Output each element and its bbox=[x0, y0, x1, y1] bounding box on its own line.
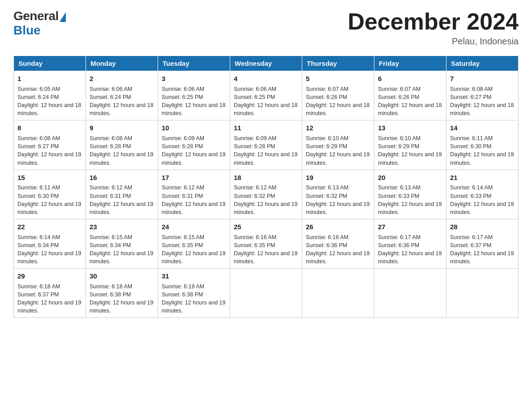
sunset-text: Sunset: 6:31 PM bbox=[162, 192, 226, 200]
sunset-text: Sunset: 6:36 PM bbox=[306, 241, 370, 249]
sunset-text: Sunset: 6:29 PM bbox=[378, 142, 442, 150]
calendar-cell bbox=[230, 269, 302, 318]
calendar-cell: 28Sunrise: 6:17 AMSunset: 6:37 PMDayligh… bbox=[446, 219, 519, 268]
sunset-text: Sunset: 6:31 PM bbox=[90, 192, 154, 200]
day-number: 25 bbox=[234, 222, 298, 232]
calendar-cell: 27Sunrise: 6:17 AMSunset: 6:36 PMDayligh… bbox=[374, 219, 446, 268]
calendar-cell: 22Sunrise: 6:14 AMSunset: 6:34 PMDayligh… bbox=[14, 219, 86, 268]
day-number: 2 bbox=[90, 74, 154, 84]
daylight-text: Daylight: 12 hours and 19 minutes. bbox=[162, 200, 226, 216]
column-header-tuesday: Tuesday bbox=[158, 56, 230, 71]
calendar-table: SundayMondayTuesdayWednesdayThursdayFrid… bbox=[13, 56, 519, 318]
calendar-cell: 18Sunrise: 6:12 AMSunset: 6:32 PMDayligh… bbox=[230, 170, 302, 219]
sunrise-text: Sunrise: 6:13 AM bbox=[378, 184, 442, 192]
calendar-cell: 23Sunrise: 6:15 AMSunset: 6:34 PMDayligh… bbox=[86, 219, 158, 268]
daylight-text: Daylight: 12 hours and 19 minutes. bbox=[450, 249, 515, 265]
sunset-text: Sunset: 6:28 PM bbox=[234, 142, 298, 150]
daylight-text: Daylight: 12 hours and 19 minutes. bbox=[90, 299, 154, 315]
calendar-cell bbox=[302, 269, 374, 318]
sunset-text: Sunset: 6:27 PM bbox=[450, 93, 515, 101]
logo-triangle-icon bbox=[60, 12, 66, 22]
sunset-text: Sunset: 6:32 PM bbox=[234, 192, 298, 200]
calendar-cell: 2Sunrise: 6:06 AMSunset: 6:24 PMDaylight… bbox=[86, 71, 158, 120]
sunrise-text: Sunrise: 6:14 AM bbox=[17, 233, 82, 241]
sunset-text: Sunset: 6:37 PM bbox=[450, 241, 515, 249]
sunrise-text: Sunrise: 6:07 AM bbox=[378, 85, 442, 93]
sunrise-text: Sunrise: 6:06 AM bbox=[162, 85, 226, 93]
day-number: 12 bbox=[306, 123, 370, 133]
calendar-cell: 24Sunrise: 6:15 AMSunset: 6:35 PMDayligh… bbox=[158, 219, 230, 268]
column-header-wednesday: Wednesday bbox=[230, 56, 302, 71]
sunset-text: Sunset: 6:25 PM bbox=[234, 93, 298, 101]
page-header: General Blue December 2024 Pelau, Indone… bbox=[13, 9, 519, 47]
daylight-text: Daylight: 12 hours and 19 minutes. bbox=[17, 150, 82, 167]
day-number: 16 bbox=[90, 173, 154, 183]
daylight-text: Daylight: 12 hours and 19 minutes. bbox=[17, 299, 82, 315]
sunrise-text: Sunrise: 6:13 AM bbox=[306, 184, 370, 192]
calendar-week-row: 8Sunrise: 6:08 AMSunset: 6:27 PMDaylight… bbox=[14, 120, 519, 170]
logo-blue-text: Blue bbox=[13, 23, 41, 38]
day-number: 3 bbox=[162, 74, 226, 84]
sunset-text: Sunset: 6:26 PM bbox=[378, 93, 442, 101]
calendar-cell: 16Sunrise: 6:12 AMSunset: 6:31 PMDayligh… bbox=[86, 170, 158, 219]
sunrise-text: Sunrise: 6:16 AM bbox=[234, 233, 298, 241]
calendar-week-row: 1Sunrise: 6:05 AMSunset: 6:24 PMDaylight… bbox=[14, 71, 519, 120]
sunrise-text: Sunrise: 6:11 AM bbox=[450, 134, 515, 142]
sunset-text: Sunset: 6:30 PM bbox=[17, 192, 82, 200]
sunset-text: Sunset: 6:24 PM bbox=[17, 93, 82, 101]
calendar-cell bbox=[446, 269, 519, 318]
calendar-cell: 25Sunrise: 6:16 AMSunset: 6:35 PMDayligh… bbox=[230, 219, 302, 268]
sunrise-text: Sunrise: 6:06 AM bbox=[234, 85, 298, 93]
daylight-text: Daylight: 12 hours and 19 minutes. bbox=[17, 249, 82, 265]
daylight-text: Daylight: 12 hours and 19 minutes. bbox=[90, 200, 154, 216]
day-number: 1 bbox=[17, 74, 82, 84]
calendar-cell: 6Sunrise: 6:07 AMSunset: 6:26 PMDaylight… bbox=[374, 71, 446, 120]
sunset-text: Sunset: 6:28 PM bbox=[162, 142, 226, 150]
day-number: 4 bbox=[234, 74, 298, 84]
calendar-week-row: 22Sunrise: 6:14 AMSunset: 6:34 PMDayligh… bbox=[14, 219, 519, 268]
sunrise-text: Sunrise: 6:09 AM bbox=[234, 134, 298, 142]
day-number: 14 bbox=[450, 123, 515, 133]
sunrise-text: Sunrise: 6:11 AM bbox=[17, 184, 82, 192]
sunrise-text: Sunrise: 6:08 AM bbox=[17, 134, 82, 142]
daylight-text: Daylight: 12 hours and 19 minutes. bbox=[90, 249, 154, 265]
calendar-cell: 29Sunrise: 6:18 AMSunset: 6:37 PMDayligh… bbox=[14, 269, 86, 318]
day-number: 30 bbox=[90, 271, 154, 281]
column-header-saturday: Saturday bbox=[446, 56, 519, 71]
sunrise-text: Sunrise: 6:17 AM bbox=[450, 233, 515, 241]
daylight-text: Daylight: 12 hours and 18 minutes. bbox=[90, 101, 154, 117]
day-number: 17 bbox=[162, 173, 226, 183]
calendar-cell: 17Sunrise: 6:12 AMSunset: 6:31 PMDayligh… bbox=[158, 170, 230, 219]
sunrise-text: Sunrise: 6:08 AM bbox=[90, 134, 154, 142]
day-number: 11 bbox=[234, 123, 298, 133]
daylight-text: Daylight: 12 hours and 19 minutes. bbox=[17, 200, 82, 216]
calendar-week-row: 29Sunrise: 6:18 AMSunset: 6:37 PMDayligh… bbox=[14, 269, 519, 318]
sunset-text: Sunset: 6:35 PM bbox=[234, 241, 298, 249]
calendar-week-row: 15Sunrise: 6:11 AMSunset: 6:30 PMDayligh… bbox=[14, 170, 519, 219]
sunset-text: Sunset: 6:34 PM bbox=[17, 241, 82, 249]
sunrise-text: Sunrise: 6:08 AM bbox=[450, 85, 515, 93]
sunrise-text: Sunrise: 6:12 AM bbox=[234, 184, 298, 192]
sunset-text: Sunset: 6:28 PM bbox=[90, 142, 154, 150]
calendar-cell: 20Sunrise: 6:13 AMSunset: 6:33 PMDayligh… bbox=[374, 170, 446, 219]
calendar-cell: 19Sunrise: 6:13 AMSunset: 6:32 PMDayligh… bbox=[302, 170, 374, 219]
daylight-text: Daylight: 12 hours and 18 minutes. bbox=[306, 101, 370, 117]
daylight-text: Daylight: 12 hours and 19 minutes. bbox=[234, 249, 298, 265]
calendar-cell: 26Sunrise: 6:16 AMSunset: 6:36 PMDayligh… bbox=[302, 219, 374, 268]
day-number: 26 bbox=[306, 222, 370, 232]
day-number: 24 bbox=[162, 222, 226, 232]
calendar-cell bbox=[374, 269, 446, 318]
sunrise-text: Sunrise: 6:15 AM bbox=[162, 233, 226, 241]
logo-general-text: General bbox=[13, 9, 59, 23]
sunrise-text: Sunrise: 6:10 AM bbox=[378, 134, 442, 142]
sunrise-text: Sunrise: 6:05 AM bbox=[17, 85, 82, 93]
logo: General Blue bbox=[13, 9, 66, 38]
location-text: Pelau, Indonesia bbox=[348, 36, 519, 47]
daylight-text: Daylight: 12 hours and 19 minutes. bbox=[162, 299, 226, 315]
sunrise-text: Sunrise: 6:09 AM bbox=[162, 134, 226, 142]
day-number: 27 bbox=[378, 222, 442, 232]
day-number: 7 bbox=[450, 74, 515, 84]
calendar-cell: 7Sunrise: 6:08 AMSunset: 6:27 PMDaylight… bbox=[446, 71, 519, 120]
sunset-text: Sunset: 6:37 PM bbox=[17, 291, 82, 299]
sunset-text: Sunset: 6:35 PM bbox=[162, 241, 226, 249]
